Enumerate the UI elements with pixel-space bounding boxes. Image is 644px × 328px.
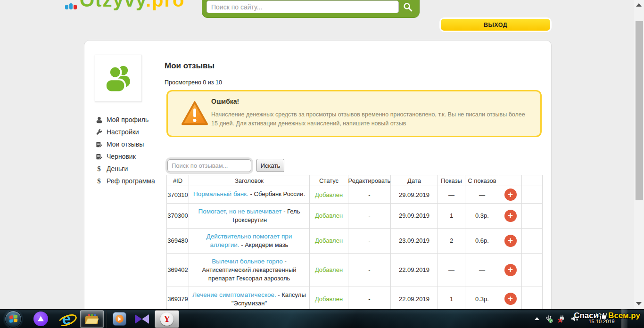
taskbar-yandex-browser-button[interactable]: Y	[155, 310, 179, 328]
wrench-icon	[95, 129, 103, 136]
review-search-input[interactable]	[167, 159, 251, 172]
taskbar-kmplayer-icon[interactable]	[132, 310, 152, 328]
cell-views: —	[438, 254, 465, 287]
review-title-link[interactable]: Нормальный банк.	[193, 190, 248, 197]
cell-status: Добавлен	[310, 186, 348, 204]
column-header: Статус	[310, 175, 348, 186]
cell-views: 1	[438, 204, 465, 229]
cell-edit: -	[348, 229, 391, 254]
system-tray: 18:11 15.10.2019	[531, 309, 644, 328]
sidebar-item-money[interactable]: $Деньги	[95, 163, 165, 175]
cell-earned: 0.3р.	[465, 204, 499, 229]
cell-edit: -	[348, 287, 391, 312]
cell-title: Нормальный банк. - Сбербанк России.	[189, 186, 310, 204]
sidebar-item-my-reviews[interactable]: Мои отзывы	[95, 138, 165, 150]
viewed-counter: Просмотрено 0 из 10	[165, 79, 222, 86]
volume-icon[interactable]	[570, 315, 579, 322]
sidebar-item-ref-program[interactable]: $Реф программа	[95, 175, 165, 187]
cell-add: +	[499, 229, 522, 254]
cell-add: +	[499, 287, 522, 312]
scrollbar-thumb[interactable]	[636, 21, 643, 200]
table-row: 369402 Вылечил больное горло - Антисепти…	[167, 254, 543, 287]
profile-avatar-icon	[100, 61, 136, 95]
site-search-input[interactable]	[206, 0, 399, 13]
avatar[interactable]	[95, 55, 142, 102]
logout-button[interactable]: ВЫХОД	[441, 19, 550, 31]
cell-add: +	[499, 204, 522, 229]
taskbar-media-player-icon[interactable]	[110, 310, 129, 328]
sidebar-item-settings[interactable]: Настройки	[95, 126, 165, 138]
cell-title: Вылечил больное горло - Антисептический …	[189, 254, 310, 287]
alert-text: Начисление денежных средств за просмотры…	[211, 110, 528, 129]
show-hidden-icons-arrow[interactable]	[535, 317, 539, 320]
cell-id: 370300	[167, 204, 189, 229]
add-views-icon[interactable]: +	[504, 210, 517, 222]
cell-id: 369379	[167, 287, 189, 312]
column-header: #ID	[167, 175, 189, 186]
cell-status: Добавлен	[310, 287, 348, 312]
alice-triangle-icon	[37, 316, 44, 322]
alert-title: Ошибка!	[211, 98, 239, 105]
review-title-link[interactable]: Лечение симптоматическое.	[192, 291, 276, 298]
cell-id: 370310	[167, 186, 189, 204]
cell-extra	[522, 186, 543, 204]
sidebar-item-profile[interactable]: Мой профиль	[95, 114, 165, 126]
site-logo[interactable]: Otzyvy.pro	[65, 0, 185, 12]
cell-status: Добавлен	[310, 229, 348, 254]
clock-date: 15.10.2019	[584, 319, 619, 325]
cell-date: 29.09.2019	[391, 186, 438, 204]
column-header: Показы	[438, 175, 465, 186]
logo-text-green: Otzyvy	[80, 0, 146, 10]
add-views-icon[interactable]: +	[504, 235, 517, 247]
taskbar-separator	[106, 310, 107, 328]
cell-earned: 0.3р.	[465, 287, 499, 312]
windows-flag-icon	[9, 315, 17, 323]
review-note-icon	[95, 141, 103, 148]
cell-id: 369402	[167, 254, 189, 287]
cell-title: Действительно помогает при аллергии. - А…	[189, 229, 310, 254]
add-views-icon[interactable]: +	[504, 293, 517, 305]
table-body: 370310 Нормальный банк. - Сбербанк Росси…	[167, 186, 543, 328]
cell-title: Помогает, но не вылечивает - Гель Троксе…	[189, 204, 310, 229]
show-desktop-button[interactable]	[621, 309, 627, 328]
table-row: 370310 Нормальный банк. - Сбербанк Росси…	[167, 186, 543, 204]
cell-earned: —	[465, 254, 499, 287]
review-search-button[interactable]: Искать	[256, 159, 284, 172]
scroll-down-arrow-icon[interactable]	[636, 302, 642, 305]
usb-device-icon[interactable]	[545, 315, 553, 323]
taskbar-clock[interactable]: 18:11 15.10.2019	[584, 312, 619, 325]
dollar-icon: $	[95, 165, 103, 173]
cell-extra	[522, 204, 543, 229]
cell-status: Добавлен	[310, 254, 348, 287]
cell-edit: -	[348, 204, 391, 229]
taskbar-alice-icon[interactable]	[33, 312, 48, 326]
warning-triangle-icon	[180, 100, 209, 129]
column-header: Редактировать	[348, 175, 391, 186]
sidebar-item-draft[interactable]: Черновик	[95, 150, 165, 163]
dollar-icon: $	[95, 177, 103, 185]
add-views-icon[interactable]: +	[504, 264, 517, 276]
user-icon	[95, 116, 103, 123]
add-views-icon[interactable]: +	[504, 189, 517, 201]
page-title: Мои отзывы	[165, 61, 215, 71]
cell-id: 369480	[167, 229, 189, 254]
browser-scrollbar[interactable]	[634, 0, 644, 309]
taskbar-windows-explorer-button[interactable]	[80, 310, 104, 328]
power-disconnected-icon[interactable]	[558, 315, 566, 323]
cell-add: +	[499, 186, 522, 204]
review-title-link[interactable]: Вылечил больное горло	[212, 258, 283, 265]
start-button[interactable]	[5, 311, 22, 328]
cell-extra	[522, 287, 543, 312]
scroll-up-arrow-icon[interactable]	[636, 3, 642, 7]
column-header: Заголовок	[189, 175, 310, 186]
site-search-button[interactable]	[398, 0, 417, 15]
folder-icon	[84, 313, 99, 325]
review-title-link[interactable]: Помогает, но не вылечивает	[198, 208, 282, 215]
review-title-rest: - Акридерм мазь	[239, 241, 289, 248]
taskbar-internet-explorer-icon[interactable]: e	[56, 310, 77, 328]
column-header	[522, 175, 543, 186]
logo-text-yellow: .pro	[146, 0, 185, 10]
content-panel: Мой профиль Настройки Мои отзывы Чернови…	[84, 40, 552, 328]
table-row: 370300 Помогает, но не вылечивает - Гель…	[167, 204, 543, 229]
sidebar-menu: Мой профиль Настройки Мои отзывы Чернови…	[95, 114, 165, 187]
